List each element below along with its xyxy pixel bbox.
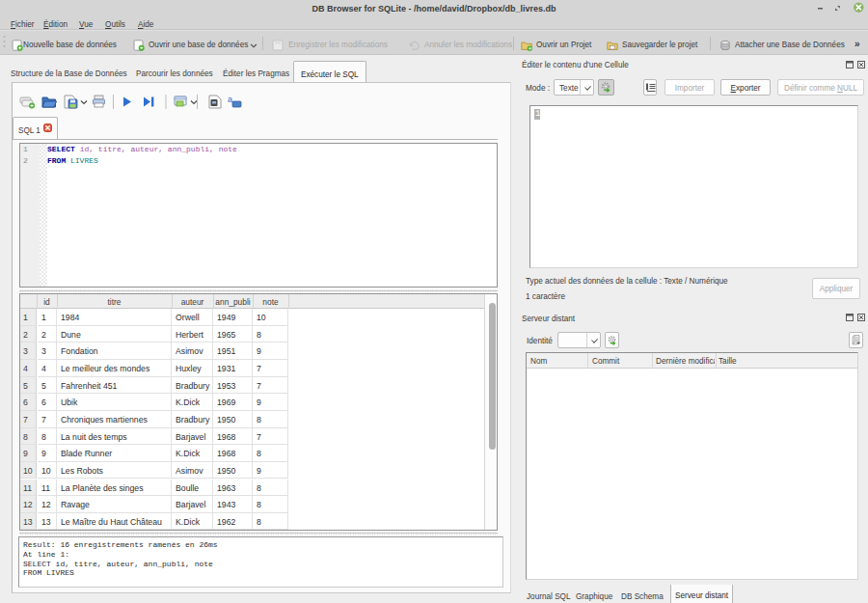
svg-text:a: a <box>228 95 232 104</box>
